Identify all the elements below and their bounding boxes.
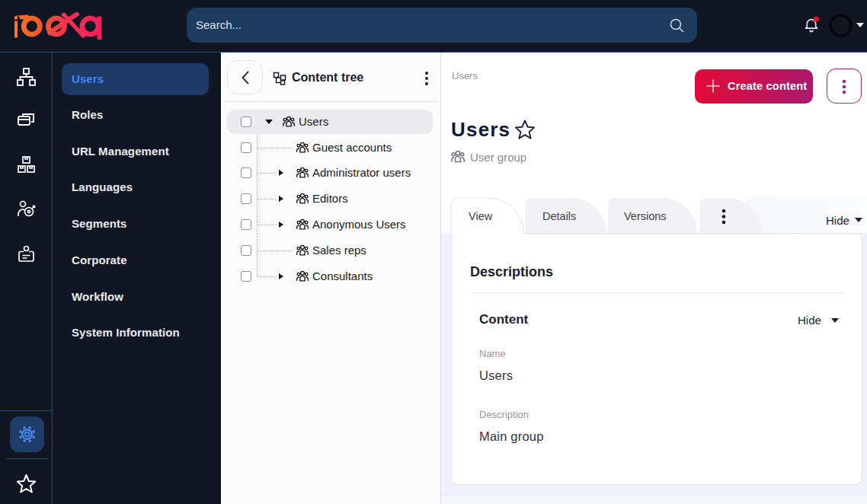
svg-text:Versions: Versions [624, 210, 667, 222]
svg-text:Details: Details [542, 210, 576, 222]
svg-text:View: View [469, 210, 493, 222]
